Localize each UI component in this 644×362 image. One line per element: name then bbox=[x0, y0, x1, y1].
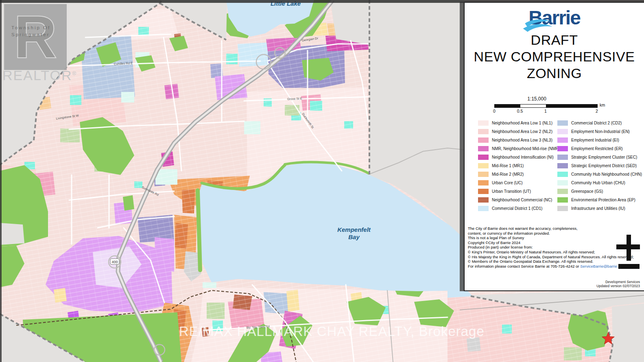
legend-label: Neighbourhood Area Low 1 (NL1) bbox=[492, 120, 552, 126]
disclaimer-line: The City of Barrie does not warrant the … bbox=[468, 226, 634, 231]
legend-swatch bbox=[557, 189, 568, 194]
highway-400-shield: 400 bbox=[110, 259, 119, 264]
legend-swatch bbox=[478, 129, 489, 134]
legend-item: Neighbourhood Commercial (NC) bbox=[478, 197, 560, 203]
legend-item: NMR, Neighbourhood Mid-rise (NMR) bbox=[478, 146, 560, 151]
legend-label: Environmental Protection Area (EP) bbox=[571, 197, 635, 203]
north-arrow-symbol bbox=[616, 234, 641, 270]
legend-label: Strategic Employment District (SED) bbox=[571, 163, 637, 168]
legend-label: Neighbourhood Area Low 2 (NL2) bbox=[492, 129, 552, 134]
legend-item: Neighbourhood Intensification (NI) bbox=[478, 155, 560, 160]
legend-item: Community Hub Neighbourhood (CHN) bbox=[557, 172, 642, 177]
legend-item: Urban Transition (UT) bbox=[478, 189, 560, 194]
legend-item: Mid-Rise 2 (MR2) bbox=[478, 172, 560, 177]
legend-item: Environmental Protection Area (EP) bbox=[557, 197, 642, 203]
legend-label: Urban Transition (UT) bbox=[492, 189, 531, 194]
disclaimer-line: Copyright ©City of Barrie 2024 bbox=[468, 240, 634, 245]
credits-line2: Updated version 02/07/2023 bbox=[596, 284, 640, 288]
legend-label: Commercial District 2 (CD2) bbox=[571, 120, 622, 126]
legend-swatch bbox=[557, 155, 568, 160]
legend-column-2: Commercial District 2 (CD2) Employment N… bbox=[557, 120, 642, 214]
map-title-line1: DRAFT bbox=[465, 32, 644, 48]
legend-item: Community Hub Urban (CHU) bbox=[557, 180, 642, 185]
legend-item: Commercial District 1 (CD1) bbox=[478, 206, 560, 211]
legend-swatch bbox=[557, 129, 568, 134]
legend-item: Infrastructure and Utilities (IU) bbox=[557, 206, 642, 211]
scale-bar-segment bbox=[495, 105, 520, 107]
legend-swatch bbox=[557, 206, 568, 211]
legend-label: Commercial District 1 (CD1) bbox=[492, 206, 542, 211]
disclaimer-line: This is not a legal Plan of Survey bbox=[468, 236, 634, 240]
legend-item: Neighbourhood Area Low 3 (NL3) bbox=[478, 137, 560, 143]
legend-swatch bbox=[478, 180, 489, 185]
legend-panel: Barrie DRAFT NEW COMPREHENSIVE ZONING 1:… bbox=[464, 2, 644, 291]
legend-swatch bbox=[478, 137, 489, 143]
legend-label: Greenspace (GS) bbox=[571, 189, 603, 194]
legend-item: Strategic Employment District (SED) bbox=[557, 163, 642, 168]
contact-line: For information please contact Service B… bbox=[468, 264, 634, 269]
legend-swatch bbox=[478, 197, 489, 203]
legend-swatch bbox=[557, 120, 568, 126]
legend-swatch bbox=[557, 137, 568, 143]
barrie-wave-icon bbox=[522, 17, 562, 34]
legend-item: Employment Industrial (EI) bbox=[557, 137, 642, 143]
legend-swatch bbox=[557, 197, 568, 203]
credits-line1: Development Services bbox=[596, 280, 640, 284]
legend-swatch bbox=[478, 163, 489, 168]
legend-item: Neighbourhood Area Low 1 (NL1) bbox=[478, 120, 560, 126]
disclaimer-line: content, or currency of the information … bbox=[468, 231, 634, 236]
legend-label: Mid-Rise 2 (MR2) bbox=[492, 172, 524, 177]
legend-label: Neighbourhood Commercial (NC) bbox=[492, 197, 552, 203]
legend-item: Employment Non-Industrial (EN) bbox=[557, 129, 642, 134]
disclaimer-block: The City of Barrie does not warrant the … bbox=[468, 226, 634, 268]
legend-label: Employment Industrial (EI) bbox=[571, 137, 619, 143]
legend-swatch bbox=[557, 180, 568, 185]
legend-label: Urban Core (UC) bbox=[492, 180, 523, 185]
legend-swatch bbox=[478, 120, 489, 126]
kempenfelt-bay-label-line2: Bay bbox=[321, 233, 386, 241]
legend-label: Community Hub Neighbourhood (CHN) bbox=[571, 172, 642, 177]
svg-text:Grove St E: Grove St E bbox=[287, 97, 302, 101]
legend-item: Strategic Employment Cluster (SEC) bbox=[557, 155, 642, 160]
legend-label: Neighbourhood Intensification (NI) bbox=[492, 155, 554, 160]
scale-tick: 0.5 bbox=[517, 109, 523, 113]
legend-swatch bbox=[478, 206, 489, 211]
scale-tick: 2 bbox=[596, 109, 598, 113]
legend-label: Employment Non-Industrial (EN) bbox=[571, 129, 630, 134]
legend-label: Employment Restricted (ER) bbox=[571, 146, 623, 151]
map-title: DRAFT NEW COMPREHENSIVE ZONING bbox=[465, 32, 644, 82]
legend-swatch bbox=[478, 146, 489, 151]
barrie-wordmark: Barrie bbox=[528, 7, 580, 29]
legend-label: Strategic Employment Cluster (SEC) bbox=[571, 155, 637, 160]
legend-item: Neighbourhood Area Low 2 (NL2) bbox=[478, 129, 560, 134]
north-arrow-horizontal-bar bbox=[616, 244, 640, 249]
legend-swatch bbox=[557, 146, 568, 151]
kempenfelt-bay-label-line1: Kempenfelt bbox=[321, 226, 386, 233]
contact-text: For information please contact Service B… bbox=[468, 264, 580, 268]
map-title-line2: NEW COMPREHENSIVE bbox=[465, 48, 644, 65]
scale-unit: km bbox=[600, 103, 605, 107]
legend-label: Mid-Rise 1 (MR1) bbox=[492, 163, 524, 168]
legend-swatch bbox=[557, 172, 568, 177]
legend-swatch bbox=[478, 172, 489, 177]
legend-item: Greenspace (GS) bbox=[557, 189, 642, 194]
scale-bar-segment bbox=[520, 105, 546, 107]
legend-label: Community Hub Urban (CHU) bbox=[571, 180, 625, 185]
disclaimer-lines: The City of Barrie does not warrant the … bbox=[468, 226, 634, 264]
legend-swatch bbox=[557, 163, 568, 168]
screenshot-root: 400 Georgian Dr Grove St E Cundles Rd E … bbox=[0, 0, 644, 362]
legend-label: Neighbourhood Area Low 3 (NL3) bbox=[492, 137, 552, 143]
legend-item: Commercial District 2 (CD2) bbox=[557, 120, 642, 126]
scale-tick: 0 bbox=[493, 109, 496, 113]
legend-swatch bbox=[478, 155, 489, 160]
disclaimer-line: © King's Printer, Ontario Ministry of Na… bbox=[468, 250, 634, 255]
disclaimer-line: Produced (in part) under license from: bbox=[468, 245, 634, 250]
scale-bar bbox=[494, 104, 598, 108]
scale-bar-segment bbox=[546, 105, 597, 107]
scale-tick: 1 bbox=[544, 109, 547, 113]
legend-label: NMR, Neighbourhood Mid-rise (NMR) bbox=[492, 146, 560, 151]
legend-swatch bbox=[478, 189, 489, 194]
legend-column-1: Neighbourhood Area Low 1 (NL1) Neighbour… bbox=[478, 120, 560, 214]
disclaimer-line: © His Majesty the King in Right of Canad… bbox=[468, 255, 634, 260]
svg-text:400: 400 bbox=[111, 260, 118, 264]
